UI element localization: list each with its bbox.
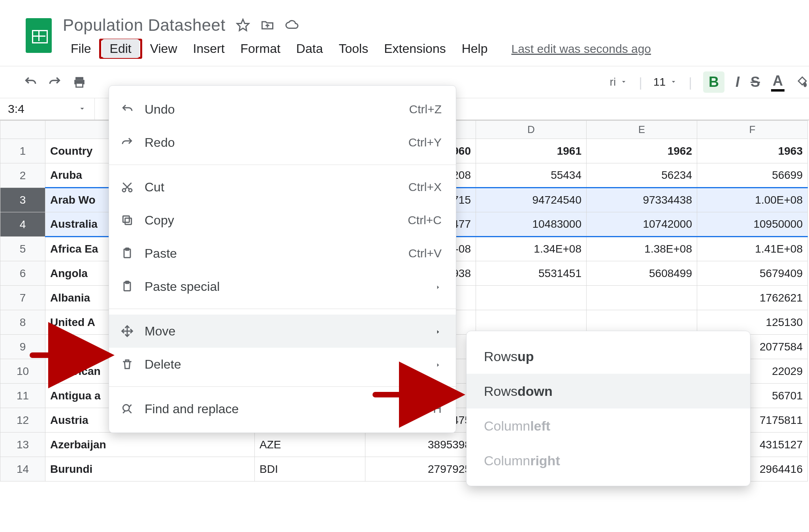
menu-copy[interactable]: Copy Ctrl+C xyxy=(109,204,456,237)
separator: | xyxy=(689,75,692,90)
cell[interactable]: 1.38E+08 xyxy=(587,237,697,261)
cell[interactable]: 1.34E+08 xyxy=(476,237,587,261)
cell[interactable]: 1962 xyxy=(587,139,697,163)
cell[interactable]: 5679409 xyxy=(697,261,808,286)
menu-file[interactable]: File xyxy=(63,39,99,58)
svg-marker-0 xyxy=(237,19,249,31)
undo-button[interactable] xyxy=(24,75,37,89)
star-icon[interactable] xyxy=(236,18,250,32)
move-to-folder-icon[interactable] xyxy=(260,18,275,32)
strikethrough-button[interactable]: S xyxy=(751,74,760,90)
row-header[interactable]: 12 xyxy=(0,408,45,433)
doc-title[interactable]: Population Datasheet xyxy=(63,16,226,35)
submenu-label-bold: down xyxy=(517,384,553,399)
cloud-status-icon[interactable] xyxy=(285,18,299,32)
cell[interactable]: 3895398 xyxy=(365,433,476,457)
cell[interactable]: 1963 xyxy=(697,139,808,163)
cell[interactable]: 5608499 xyxy=(587,261,697,286)
menu-edit[interactable]: Edit xyxy=(102,39,139,58)
cell[interactable]: 10950000 xyxy=(697,212,808,237)
menu-undo[interactable]: Undo Ctrl+Z xyxy=(109,93,456,126)
cell[interactable]: 1961 xyxy=(476,139,587,163)
menu-move[interactable]: Move xyxy=(109,315,456,348)
fill-color-button[interactable] xyxy=(796,75,809,89)
menu-format[interactable]: Format xyxy=(233,39,288,58)
font-size-select[interactable]: 11 xyxy=(653,76,677,88)
italic-button[interactable]: I xyxy=(736,74,739,90)
row-header[interactable]: 6 xyxy=(0,261,45,286)
undo-icon xyxy=(120,103,134,116)
menu-paste[interactable]: Paste Ctrl+V xyxy=(109,237,456,270)
submenu-rows-down[interactable]: Rows down xyxy=(467,374,750,408)
svg-point-4 xyxy=(122,189,126,192)
menu-label: Move xyxy=(145,324,424,339)
font-family-select[interactable]: ri xyxy=(610,76,628,88)
name-box[interactable]: 3:4 xyxy=(0,98,95,120)
cell[interactable]: 1762621 xyxy=(697,286,808,310)
chevron-down-icon xyxy=(78,102,87,116)
row-header[interactable]: 2 xyxy=(0,163,45,188)
menu-data[interactable]: Data xyxy=(288,39,331,58)
cell[interactable]: 94724540 xyxy=(476,188,587,212)
col-header[interactable]: D xyxy=(476,121,587,139)
move-submenu: Rows up Rows down Column left Column rig… xyxy=(466,331,751,486)
row-header[interactable]: 14 xyxy=(0,457,45,481)
text-color-button[interactable]: A xyxy=(771,73,785,92)
select-all-corner[interactable] xyxy=(0,121,45,139)
cell[interactable]: Azerbaijan xyxy=(45,433,255,457)
last-edit-link[interactable]: Last edit was seconds ago xyxy=(512,42,651,56)
cell[interactable]: 1.41E+08 xyxy=(697,237,808,261)
menu-paste-special[interactable]: Paste special xyxy=(109,270,456,303)
menu-tools[interactable]: Tools xyxy=(331,39,376,58)
copy-icon xyxy=(120,214,134,227)
svg-rect-6 xyxy=(125,218,132,225)
menu-redo[interactable]: Redo Ctrl+Y xyxy=(109,126,456,159)
row-header[interactable]: 5 xyxy=(0,237,45,261)
cut-icon xyxy=(120,181,134,193)
cell[interactable]: 56234 xyxy=(587,163,697,188)
menu-label: Paste xyxy=(145,246,398,261)
menu-cut[interactable]: Cut Ctrl+X xyxy=(109,170,456,204)
cell[interactable]: 56699 xyxy=(697,163,808,188)
cell[interactable] xyxy=(587,286,697,310)
submenu-caret-icon xyxy=(435,279,442,294)
row-header[interactable]: 8 xyxy=(0,310,45,335)
menu-insert[interactable]: Insert xyxy=(185,39,232,58)
cell[interactable]: 10483000 xyxy=(476,212,587,237)
col-header[interactable]: F xyxy=(697,121,808,139)
chevron-down-icon xyxy=(620,76,628,88)
submenu-label-bold: right xyxy=(530,453,560,468)
move-icon xyxy=(120,325,134,337)
cell[interactable] xyxy=(476,286,587,310)
row-header[interactable]: 11 xyxy=(0,384,45,408)
row-header[interactable]: 1 xyxy=(0,139,45,163)
cell[interactable]: 10742000 xyxy=(587,212,697,237)
menu-label: Copy xyxy=(145,213,397,228)
submenu-caret-icon xyxy=(435,357,442,372)
cell[interactable]: AZE xyxy=(255,433,365,457)
row-header[interactable]: 4 xyxy=(0,212,45,237)
row-header[interactable]: 13 xyxy=(0,433,45,457)
cell[interactable]: Burundi xyxy=(45,457,255,481)
cell[interactable]: 55434 xyxy=(476,163,587,188)
print-button[interactable] xyxy=(73,75,86,89)
sheets-logo-icon xyxy=(26,18,52,53)
menu-separator xyxy=(109,309,456,309)
menu-extensions[interactable]: Extensions xyxy=(376,39,454,58)
submenu-rows-up[interactable]: Rows up xyxy=(467,339,750,374)
cell[interactable]: 5531451 xyxy=(476,261,587,286)
bold-button[interactable]: B xyxy=(703,71,724,93)
row-header[interactable]: 3 xyxy=(0,188,45,212)
submenu-label: Rows xyxy=(484,349,517,364)
cell[interactable]: BDI xyxy=(255,457,365,481)
row-header[interactable]: 7 xyxy=(0,286,45,310)
menu-help[interactable]: Help xyxy=(454,39,496,58)
menu-label: Find and replace xyxy=(145,402,397,416)
menu-view[interactable]: View xyxy=(142,39,185,58)
redo-button[interactable] xyxy=(48,75,62,89)
cell[interactable]: 1.00E+08 xyxy=(697,188,808,212)
cell[interactable]: 97334438 xyxy=(587,188,697,212)
cell[interactable]: 2797925 xyxy=(365,457,476,481)
menu-delete[interactable]: Delete xyxy=(109,348,456,381)
col-header[interactable]: E xyxy=(587,121,697,139)
